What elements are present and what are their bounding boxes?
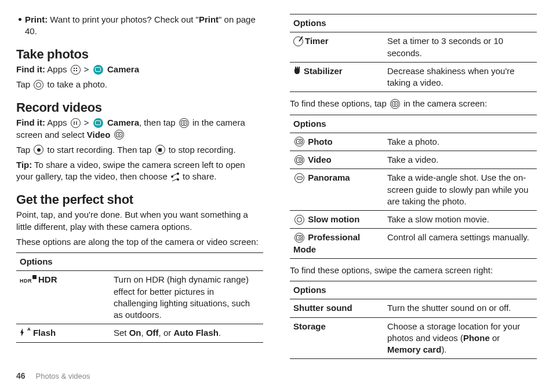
print-bullet: Print: Want to print your photos? Check …	[19, 14, 263, 38]
storage-tail: ).	[441, 345, 446, 354]
storage-desc-a: Choose a storage location for your photo…	[387, 321, 520, 343]
option-desc-timer: Set a timer to 3 seconds or 10 seconds.	[384, 32, 537, 63]
t3-header: Options	[290, 281, 537, 299]
flash-auto: Auto Flash	[173, 328, 219, 338]
table-row: HDRHDR Turn on HDR (high dynamic range) …	[16, 271, 263, 324]
rec2-c: to stop recording.	[169, 145, 236, 155]
option-desc-storage: Choose a storage location for your photo…	[384, 317, 537, 359]
table-row: Video Take a video.	[290, 151, 537, 169]
record-stop-icon	[155, 145, 165, 155]
option-desc-photo: Take a photo.	[384, 133, 537, 151]
video-mode-icon	[114, 130, 124, 140]
table-row: Photo Take a photo.	[290, 133, 537, 151]
camera-mode-icon	[390, 99, 400, 109]
timer-label: Timer	[305, 36, 329, 46]
options-table-continued: Options Timer Set a timer to 3 seconds o…	[290, 14, 537, 92]
print-line: Print: Want to print your photos? Check …	[25, 14, 263, 38]
record-controls-line: Tap to start recording. Then tap to stop…	[16, 144, 263, 156]
professional-mode-icon	[294, 233, 304, 243]
tap-photo-line: Tap to take a photo.	[16, 79, 263, 90]
storage-or: or	[490, 333, 500, 343]
panorama-mode-icon	[294, 173, 304, 183]
option-name-flash: A Flash	[16, 324, 110, 342]
apps-word-2: Apps	[45, 118, 70, 127]
camera-word: Camera	[107, 64, 139, 74]
find-options-tap: To find these options, tap in the camera…	[290, 98, 537, 109]
rec2-b: to start recording. Then tap	[48, 145, 154, 155]
table-row: Shutter sound Turn the shutter sound on …	[290, 299, 537, 317]
option-name-professional: Professional Mode	[290, 229, 384, 259]
tap-before: Tap	[16, 79, 32, 89]
option-desc-shutter-sound: Turn the shutter sound on or off.	[384, 299, 537, 317]
video-label: Video	[308, 155, 332, 164]
storage-phone: Phone	[463, 333, 490, 343]
video-word: Video	[87, 130, 111, 140]
shutter-icon	[34, 80, 43, 90]
camera-app-icon	[93, 118, 103, 128]
flash-desc-a: Set	[114, 328, 129, 338]
option-name-panorama: Panorama	[290, 169, 384, 211]
storage-memcard: Memory card	[387, 345, 441, 354]
storage-label: Storage	[293, 321, 326, 331]
perfect-p1: Point, tap, and you're done. But when yo…	[16, 209, 263, 233]
share-tip: Tip: To share a video, swipe the camera …	[16, 159, 263, 183]
flash-sep2: , or	[159, 328, 174, 338]
apps-grid-icon	[71, 65, 81, 75]
page-footer: 46 Photos & videos	[16, 367, 537, 382]
share-icon	[171, 173, 179, 181]
page-number: 46	[16, 371, 26, 382]
flash-on: On	[129, 328, 141, 338]
findit-record: Find it: Apps > Camera, then tap in the …	[16, 117, 263, 141]
find-opts-b: in the camera screen:	[403, 98, 487, 108]
rec-after-cam: , then tap	[139, 118, 178, 127]
slow-motion-icon	[294, 215, 304, 225]
t2-header: Options	[290, 115, 537, 133]
tap-after: to take a photo.	[48, 79, 107, 89]
table-row: Panorama Take a wide-angle shot. Use the…	[290, 169, 537, 211]
flash-sep1: ,	[141, 328, 146, 338]
table-row: A Flash Set On, Off, or Auto Flash.	[16, 324, 263, 342]
hdr-label: HDR	[38, 274, 57, 284]
camera-word-2: Camera	[107, 118, 139, 127]
hdr-box-icon	[32, 275, 37, 279]
bullet-dot-icon	[19, 18, 21, 21]
options-table-top-of-camera: Options HDRHDR Turn on HDR (high dynamic…	[16, 252, 263, 343]
panorama-label: Panorama	[308, 173, 350, 182]
gt-sep: >	[84, 64, 92, 74]
flash-off: Off	[146, 328, 159, 338]
option-name-shutter-sound: Shutter sound	[290, 299, 384, 317]
content-columns: Print: Want to print your photos? Check …	[16, 14, 537, 367]
option-name-video: Video	[290, 151, 384, 169]
t1-header: Options	[16, 253, 263, 271]
hdr-text-icon: HDR	[20, 278, 32, 284]
record-start-icon	[34, 145, 43, 155]
rec2-a: Tap	[16, 145, 32, 155]
option-desc-professional: Control all camera settings manually.	[384, 229, 537, 259]
print-label: Print:	[25, 14, 48, 24]
perfect-p2: These options are along the top of the c…	[16, 236, 263, 248]
t0-header: Options	[290, 14, 537, 32]
table-row: Timer Set a timer to 3 seconds or 10 sec…	[290, 32, 537, 63]
heading-take-photos: Take photos	[16, 46, 263, 63]
tip-label: Tip:	[16, 160, 32, 170]
flash-auto-badge-icon: A	[27, 327, 31, 332]
option-desc-video: Take a video.	[384, 151, 537, 169]
shutter-sound-label: Shutter sound	[293, 303, 352, 313]
timer-icon	[293, 36, 303, 46]
option-desc-panorama: Take a wide-angle shot. Use the on-scree…	[384, 169, 537, 211]
findit-label: Find it:	[16, 64, 45, 74]
table-row: Stabilizer Decrease shakiness when you'r…	[290, 62, 537, 92]
flash-label: Flash	[33, 328, 56, 338]
stabilizer-label: Stabilizer	[304, 66, 343, 76]
option-name-slowmo: Slow motion	[290, 211, 384, 229]
option-desc-hdr: Turn on HDR (high dynamic range) effect …	[110, 271, 263, 324]
option-name-hdr: HDRHDR	[16, 271, 110, 324]
option-name-storage: Storage	[290, 317, 384, 359]
options-table-modes: Options Photo Take a photo. Video Take a…	[290, 115, 537, 259]
table-row: Storage Choose a storage location for yo…	[290, 317, 537, 359]
right-column: Options Timer Set a timer to 3 seconds o…	[290, 14, 537, 367]
print-link[interactable]: Print	[199, 14, 219, 24]
photo-label: Photo	[308, 137, 333, 146]
findit-take: Find it: Apps > Camera	[16, 64, 263, 75]
flash-icon	[20, 328, 27, 338]
